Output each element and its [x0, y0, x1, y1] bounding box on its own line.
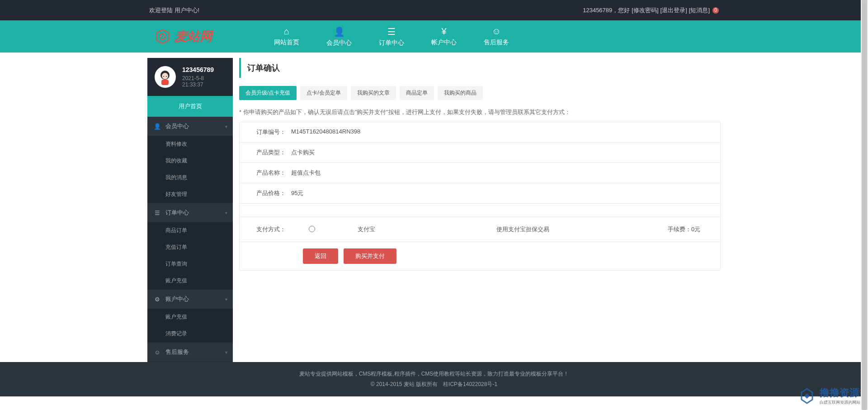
sidebar-group-order[interactable]: ☰ 订单中心 ▾ [147, 203, 233, 222]
sidebar-group-account[interactable]: ⚙ 账户中心 ▾ [147, 290, 233, 309]
sidebar-item-recharge-orders[interactable]: 充值订单 [147, 239, 233, 256]
user-icon: 👤 [154, 123, 161, 130]
return-button[interactable]: 返回 [303, 248, 338, 264]
tab-product-orders[interactable]: 商品定单 [400, 86, 434, 100]
chevron-down-icon: ▾ [225, 350, 227, 355]
tabs: 会员升级/点卡充值 点卡/会员定单 我购买的文章 商品定单 我购买的商品 [239, 86, 721, 100]
sidebar: 123456789 2021-5-8 21:33:37 用户首页 👤 会员中心 … [147, 58, 233, 362]
scrollbar[interactable] [861, 0, 868, 396]
pay-fee: 手续费：0元 [648, 225, 720, 234]
pay-method-radio-alipay[interactable] [309, 226, 315, 232]
sidebar-profile: 123456789 2021-5-8 21:33:37 [147, 58, 233, 96]
navbar: 麦站网 ⌂ 网站首页 👤 会员中心 ☰ 订单中心 ¥ 帐户中心 ☺ 售后服务 [0, 20, 868, 52]
svg-point-7 [166, 76, 167, 77]
tab-my-products[interactable]: 我购买的商品 [438, 86, 483, 100]
list-icon: ☰ [154, 209, 161, 216]
product-type-value: 点卡购买 [289, 148, 720, 157]
tab-upgrade-recharge[interactable]: 会员升级/点卡充值 [239, 86, 297, 100]
product-type-label: 产品类型： [240, 148, 289, 157]
spacer [240, 204, 720, 217]
order-number-label: 订单编号： [240, 128, 289, 136]
order-number-value: M145T1620480814RN398 [289, 128, 720, 136]
pay-method-label: 支付方式： [240, 225, 289, 234]
buy-and-pay-button[interactable]: 购买并支付 [344, 248, 396, 264]
chevron-down-icon: ▾ [225, 297, 227, 302]
avatar [155, 66, 176, 88]
profile-time: 2021-5-8 21:33:37 [182, 75, 226, 88]
sidebar-item-favorites[interactable]: 我的收藏 [147, 153, 233, 169]
message-count-badge: 0 [712, 7, 719, 14]
product-name-label: 产品名称： [240, 169, 289, 177]
nav-service[interactable]: ☺ 售后服务 [470, 20, 523, 52]
sidebar-item-product-orders[interactable]: 商品订单 [147, 222, 233, 239]
sidebar-item-account-recharge[interactable]: 账户充值 [147, 272, 233, 289]
sidebar-item-messages[interactable]: 我的消息 [147, 169, 233, 186]
watermark-text: 撸撸资源 [820, 387, 859, 396]
chevron-down-icon: ▾ [225, 124, 227, 129]
order-table: 订单编号： M145T1620480814RN398 产品类型： 点卡购买 产品… [239, 122, 721, 271]
footer: 麦站专业提供网站模板，CMS程序模板,程序插件，CMS使用教程等站长资源，致力打… [0, 362, 868, 396]
main-content: 订单确认 会员升级/点卡充值 点卡/会员定单 我购买的文章 商品定单 我购买的商… [233, 58, 721, 362]
notice-text: * 你申请购买的产品如下，确认无误后请点击"购买并支付"按钮，进行网上支付，如果… [239, 108, 721, 116]
watermark: 撸撸资源® 白嫖互联网资源的网站 [798, 386, 863, 396]
user-icon: 👤 [334, 26, 345, 37]
smile-icon: ☺ [154, 348, 161, 356]
chevron-down-icon: ▾ [225, 210, 227, 215]
nav-account[interactable]: ¥ 帐户中心 [418, 20, 470, 52]
sidebar-item-friends[interactable]: 好友管理 [147, 186, 233, 203]
footer-line2: © 2014-2015 麦站 版权所有 桂ICP备14022028号-1 [0, 381, 868, 388]
topbar: 欢迎登陆 用户中心! 123456789，您好 [修改密码] [退出登录] [短… [0, 0, 868, 20]
footer-line1: 麦站专业提供网站模板，CMS程序模板,程序插件，CMS使用教程等站长资源，致力打… [0, 370, 868, 378]
watermark-icon [798, 387, 816, 397]
tab-my-articles[interactable]: 我购买的文章 [351, 86, 396, 100]
product-name-value: 超值点卡包 [289, 169, 720, 177]
welcome-text: 欢迎登陆 用户中心! [149, 6, 199, 14]
sidebar-item-order-query[interactable]: 订单查询 [147, 256, 233, 272]
svg-rect-5 [161, 80, 169, 85]
tab-card-orders[interactable]: 点卡/会员定单 [300, 86, 347, 100]
sidebar-group-member[interactable]: 👤 会员中心 ▾ [147, 117, 233, 136]
svg-point-6 [163, 76, 164, 77]
pay-method-name: 支付宝 [335, 225, 398, 234]
home-icon: ⌂ [284, 26, 289, 37]
pay-method-desc: 使用支付宝担保交易 [398, 225, 648, 234]
product-price-label: 产品价格： [240, 189, 289, 197]
logout-link[interactable]: [退出登录] [660, 6, 687, 14]
messages-link[interactable]: [短消息] [689, 6, 710, 14]
scrollbar-thumb[interactable] [862, 0, 867, 396]
svg-point-1 [162, 36, 164, 38]
sidebar-item-spend-history[interactable]: 消费记录 [147, 325, 233, 342]
svg-point-4 [162, 73, 168, 79]
profile-name: 123456789 [182, 66, 226, 73]
page-title: 订单确认 [247, 62, 714, 73]
sidebar-item-profile-edit[interactable]: 资料修改 [147, 136, 233, 153]
nav-home[interactable]: ⌂ 网站首页 [260, 20, 313, 52]
nav-member[interactable]: 👤 会员中心 [313, 20, 365, 52]
nav-order[interactable]: ☰ 订单中心 [365, 20, 418, 52]
smile-icon: ☺ [492, 26, 501, 37]
logo-text: 麦站网 [175, 28, 212, 45]
sidebar-item-account-recharge2[interactable]: 账户充值 [147, 309, 233, 325]
gear-icon: ⚙ [154, 296, 161, 303]
logo-icon [155, 29, 171, 45]
product-price-value: 95元 [289, 189, 720, 197]
sidebar-group-service[interactable]: ☺ 售后服务 ▾ [147, 343, 233, 362]
change-password-link[interactable]: [修改密码] [632, 6, 658, 14]
topbar-username: 123456789，您好 [583, 6, 630, 14]
logo[interactable]: 麦站网 [147, 28, 220, 45]
yen-icon: ¥ [441, 26, 446, 37]
list-icon: ☰ [387, 26, 396, 37]
sidebar-item-user-home[interactable]: 用户首页 [147, 96, 233, 117]
